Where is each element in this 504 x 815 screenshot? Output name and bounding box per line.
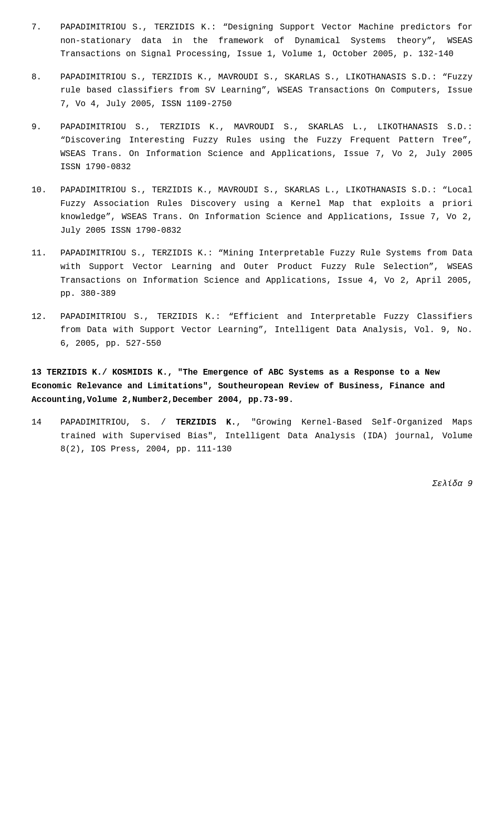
entry-content-9: PAPADIMITRIOU S., TERZIDIS K., MAVROUDI …	[60, 121, 472, 174]
entry-number-9: 9.	[32, 121, 60, 174]
entry-content-12: PAPADIMITRIOU S., TERZIDIS K.: “Efficien…	[60, 311, 472, 351]
entry-content-11: PAPADIMITRIOU S., TERZIDIS K.: “Mining I…	[60, 247, 472, 301]
entry-number-14: 14	[32, 416, 60, 457]
entry-14-before-bold: PAPADIMITRIOU, S. /	[60, 418, 176, 427]
entry-8: 8. PAPADIMITRIOU S., TERZIDIS K., MAVROU…	[32, 71, 472, 111]
entry-content-10: PAPADIMITRIOU S., TERZIDIS K., MAVROUDI …	[60, 184, 472, 238]
entry-content-8: PAPADIMITRIOU S., TERZIDIS K., MAVROUDI …	[60, 71, 472, 111]
entry-11: 11. PAPADIMITRIOU S., TERZIDIS K.: “Mini…	[32, 247, 472, 301]
page-footer: Σελίδα 9	[32, 478, 472, 491]
entry-7: 7. PAPADIMITRIOU S., TERZIDIS K.: “Desig…	[32, 21, 472, 61]
page-number: Σελίδα 9	[432, 479, 472, 489]
entry-number-12: 12.	[32, 311, 60, 351]
entry-14: 14 PAPADIMITRIOU, S. / TERZIDIS K., "Gro…	[32, 416, 472, 457]
page-content: 7. PAPADIMITRIOU S., TERZIDIS K.: “Desig…	[32, 21, 472, 491]
entry-content-14: PAPADIMITRIOU, S. / TERZIDIS K., "Growin…	[60, 416, 472, 457]
entry-content-7: PAPADIMITRIOU S., TERZIDIS K.: “Designin…	[60, 21, 472, 61]
entry-number-10: 10.	[32, 184, 60, 238]
entry-number-8: 8.	[32, 71, 60, 111]
section-13-header: 13 TERZIDIS K./ KOSMIDIS K., "The Emerge…	[32, 366, 472, 407]
entry-12: 12. PAPADIMITRIOU S., TERZIDIS K.: “Effi…	[32, 311, 472, 351]
entry-number-11: 11.	[32, 247, 60, 301]
entry-number-7: 7.	[32, 21, 60, 61]
entry-10: 10. PAPADIMITRIOU S., TERZIDIS K., MAVRO…	[32, 184, 472, 238]
entry-9: 9. PAPADIMITRIOU S., TERZIDIS K., MAVROU…	[32, 121, 472, 174]
entry-14-bold: TERZIDIS K.	[176, 418, 236, 427]
section-13-text: 13 TERZIDIS K./ KOSMIDIS K., "The Emerge…	[32, 368, 445, 404]
